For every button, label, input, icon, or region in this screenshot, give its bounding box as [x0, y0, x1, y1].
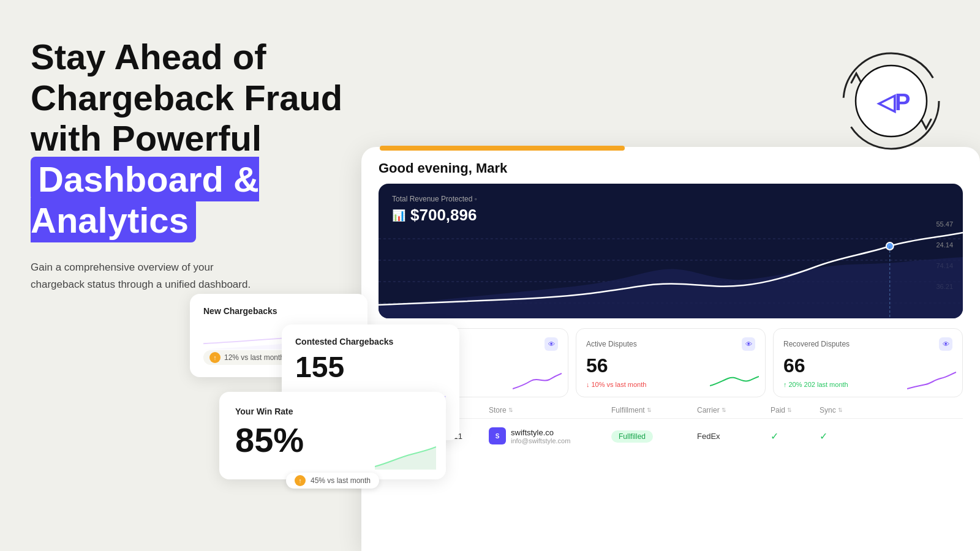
- col-header-store: Store ⇅: [489, 406, 611, 414]
- sort-icon-fulfillment[interactable]: ⇅: [647, 407, 652, 413]
- active-disputes-eye-icon[interactable]: 👁: [742, 337, 755, 351]
- sort-icon-sync[interactable]: ⇅: [838, 407, 843, 413]
- recovered-disputes-card: Recovered Disputes 👁 66 ↑ 20% 202 last m…: [773, 328, 963, 397]
- sort-icon-carrier[interactable]: ⇅: [722, 407, 726, 413]
- open-disputes-eye-icon[interactable]: 👁: [545, 337, 558, 351]
- recovered-disputes-eye-icon[interactable]: 👁: [939, 337, 952, 351]
- cell-store: S swiftstyle.co info@swiftstyle.com: [489, 427, 611, 444]
- svg-text:◁P: ◁P: [876, 89, 910, 115]
- sort-icon-store[interactable]: ⇅: [508, 407, 513, 413]
- paid-check-icon: ✓: [771, 431, 778, 441]
- cell-sync: ✓: [820, 430, 856, 442]
- col-header-sync: Sync ⇅: [820, 406, 856, 414]
- active-disputes-mini-chart: [710, 367, 759, 392]
- col-header-fulfillment: Fulfillment ⇅: [611, 406, 697, 414]
- revenue-chart-section: Total Revenue Protected ◦ 📊 $700,896 55.…: [379, 184, 963, 318]
- hero-subtitle: Gain a comprehensive overview of your ch…: [31, 259, 263, 292]
- active-disputes-arrow-down: ↓: [586, 381, 590, 388]
- store-text: swiftstyle.co info@swiftstyle.com: [511, 428, 570, 444]
- hero-title: Stay Ahead of Chargeback Fraud with Powe…: [31, 37, 349, 241]
- new-chargebacks-arrow-icon: ↑: [209, 352, 221, 363]
- new-chargebacks-badge: ↑ 12% vs last month: [203, 350, 290, 365]
- win-rate-card: Your Win Rate 85% ↑ 45% vs last month: [219, 392, 446, 479]
- store-name: swiftstyle.co: [511, 428, 570, 437]
- win-rate-bg-chart: [375, 436, 436, 470]
- table-row: 22/02/22 $362.11 S swiftstyle.co info@sw…: [379, 422, 963, 449]
- win-rate-badge: ↑ 45% vs last month: [286, 473, 379, 489]
- store-info: S swiftstyle.co info@swiftstyle.com: [489, 427, 611, 444]
- win-rate-label: Your Win Rate: [235, 407, 430, 416]
- hero-highlight: Dashboard & Analytics: [31, 157, 259, 242]
- sort-icon-paid[interactable]: ⇅: [787, 407, 792, 413]
- table-header: Created At ⇅ Total ⇅ Store ⇅ Fulfillment…: [379, 406, 963, 419]
- col-header-paid: Paid ⇅: [771, 406, 820, 414]
- recovered-disputes-mini-chart: [907, 367, 956, 392]
- recovered-disputes-title: Recovered Disputes 👁: [783, 337, 952, 351]
- sync-check-icon: ✓: [820, 431, 827, 441]
- yellow-accent-bar: [380, 146, 625, 151]
- cell-fulfillment: Fullfilled: [611, 432, 697, 441]
- active-disputes-title: Active Disputes 👁: [586, 337, 755, 351]
- revenue-label: Total Revenue Protected ◦: [392, 195, 949, 203]
- col-header-carrier: Carrier ⇅: [697, 406, 771, 414]
- logo-area: ◁P: [839, 49, 943, 153]
- win-rate-arrow-icon: ↑: [295, 475, 306, 486]
- fulfillment-badge: Fullfilled: [611, 430, 653, 443]
- store-email: info@swiftstyle.com: [511, 437, 570, 444]
- contested-number: 155: [295, 350, 446, 384]
- open-disputes-mini-chart: [513, 367, 562, 392]
- new-chargebacks-label: New Chargebacks: [203, 306, 354, 316]
- revenue-chart-svg: [379, 220, 963, 318]
- cell-carrier: FedEx: [697, 432, 771, 441]
- contested-label: Contested Chargebacks: [295, 337, 446, 347]
- greeting-text: Good evening, Mark: [379, 160, 963, 176]
- cell-paid: ✓: [771, 430, 820, 442]
- active-disputes-card: Active Disputes 👁 56 ↓ 10% vs last month: [576, 328, 766, 397]
- store-icon: S: [489, 427, 506, 444]
- recovered-disputes-arrow-up: ↑: [783, 381, 787, 388]
